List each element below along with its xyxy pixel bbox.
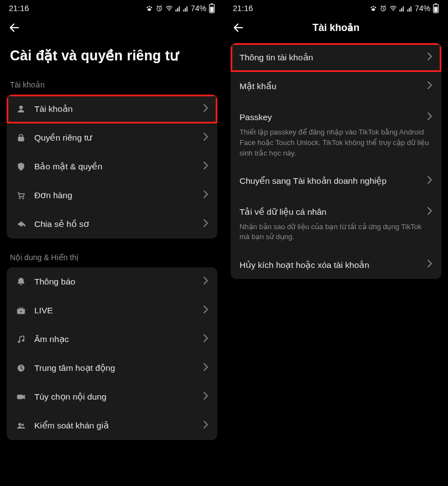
row-security[interactable]: Bảo mật & quyền [7,152,217,181]
row-audience-control[interactable]: Kiểm soát khán giả [7,411,217,440]
bell-icon [15,276,27,287]
section-label-account: Tài khoản [0,78,224,95]
svg-rect-10 [185,8,186,11]
status-icons: 74% [145,3,215,13]
row-account[interactable]: Tài khoản [7,95,217,123]
row-privacy[interactable]: Quyền riêng tư [7,123,217,152]
svg-rect-32 [399,9,400,12]
user-icon [15,104,27,115]
chevron-right-icon [203,276,209,287]
chevron-right-icon [203,334,209,345]
svg-rect-14 [210,7,213,12]
wifi-icon [389,4,397,12]
shield-icon [15,161,27,172]
chevron-right-icon [427,206,433,218]
row-orders[interactable]: Đơn hàng [7,181,217,210]
svg-point-28 [374,7,376,8]
battery-icon [209,3,215,13]
back-button[interactable] [7,20,22,35]
svg-point-1 [149,6,150,8]
row-activity-center[interactable]: Trung tâm hoạt động [7,354,217,382]
svg-rect-40 [434,7,437,12]
svg-rect-16 [18,137,24,142]
row-label: Chuyển sang Tài khoản doanh nghiệp [239,175,419,186]
lock-icon [15,132,27,143]
row-live[interactable]: LIVE [7,296,217,325]
row-business-account[interactable]: Chuyển sang Tài khoản doanh nghiệp [231,167,441,195]
svg-rect-23 [17,395,23,399]
row-label: Passkey [239,112,419,122]
chevron-right-icon [203,104,209,115]
audience-icon [15,420,27,431]
svg-point-21 [22,340,24,342]
svg-point-20 [18,341,20,343]
video-icon [15,391,27,402]
card-account: Tài khoản Quyền riêng tư Bảo mật & [7,95,217,239]
row-label: Âm nhạc [34,334,195,344]
svg-rect-33 [401,8,402,11]
svg-rect-37 [410,7,411,12]
svg-point-26 [371,7,372,8]
row-label: Kiểm soát khán giả [34,420,195,431]
row-label: LIVE [34,305,195,316]
alarm-icon [155,4,163,12]
svg-rect-34 [403,7,404,12]
card-account-settings: Thông tin tài khoản Mật khẩu Passkey Thi… [231,43,441,279]
row-label: Thông báo [34,276,195,287]
signal-icon-2 [407,4,413,12]
row-share-profile[interactable]: Chia sẻ hồ sơ [7,210,217,239]
row-label: Mật khẩu [239,81,419,91]
row-download-data-desc: Nhận bản sao dữ liệu của bạn từ tất cả ứ… [231,222,441,251]
svg-point-31 [393,11,394,12]
clock-icon [15,363,27,374]
chevron-right-icon [427,175,433,187]
settings-screen: 21:16 74% Cài đặt và quyền riêng tư Tài … [0,0,224,486]
chevron-right-icon [427,52,433,63]
status-bar: 21:16 74% [224,0,448,17]
svg-rect-9 [183,9,184,12]
row-content-prefs[interactable]: Tùy chọn nội dung [7,382,217,411]
cart-icon [15,190,27,201]
chevron-right-icon [203,161,209,172]
row-music[interactable]: Âm nhạc [7,325,217,354]
status-time: 21:16 [233,4,253,13]
page-title: Cài đặt và quyền riêng tư [0,39,224,78]
svg-point-18 [23,198,24,199]
signal-icon-2 [183,4,189,12]
battery-text: 74% [191,4,206,13]
section-label-content: Nội dung & Hiển thị [0,251,224,267]
chevron-right-icon [203,190,209,201]
svg-rect-13 [211,3,213,4]
account-screen: 21:16 74% Tài khoản Thông tin tài khoản [224,0,448,486]
music-icon [15,334,27,345]
svg-rect-7 [177,8,178,11]
svg-rect-6 [175,9,176,12]
row-label: Thông tin tài khoản [239,52,419,63]
arrow-left-icon [8,22,20,34]
row-passkey-desc: Thiết lập passkey để đăng nhập vào TikTo… [231,127,441,167]
row-account-info[interactable]: Thông tin tài khoản [231,43,441,72]
chevron-right-icon [203,363,209,374]
chevron-right-icon [427,81,433,92]
row-deactivate[interactable]: Hủy kích hoạt hoặc xóa tài khoản [231,250,441,279]
svg-point-17 [19,198,20,199]
paw-icon [369,4,377,12]
status-time: 21:16 [9,4,29,13]
row-label: Quyền riêng tư [34,132,195,143]
row-download-data[interactable]: Tải về dữ liệu cá nhân [231,195,441,224]
screen-title: Tài khoản [231,22,441,34]
row-label: Hủy kích hoạt hoặc xóa tài khoản [239,260,419,270]
card-content: Thông báo LIVE Âm nhạc [7,267,217,440]
status-bar: 21:16 74% [0,0,224,17]
svg-point-29 [372,8,375,11]
row-notifications[interactable]: Thông báo [7,267,217,296]
row-label: Tài khoản [34,104,195,114]
svg-point-3 [148,8,151,11]
share-icon [15,219,27,230]
row-password[interactable]: Mật khẩu [231,72,441,101]
battery-icon [433,3,439,13]
row-label: Bảo mật & quyền [34,161,195,172]
row-label: Tùy chọn nội dung [34,391,195,402]
row-passkey[interactable]: Passkey [231,101,441,130]
svg-point-0 [147,7,148,8]
